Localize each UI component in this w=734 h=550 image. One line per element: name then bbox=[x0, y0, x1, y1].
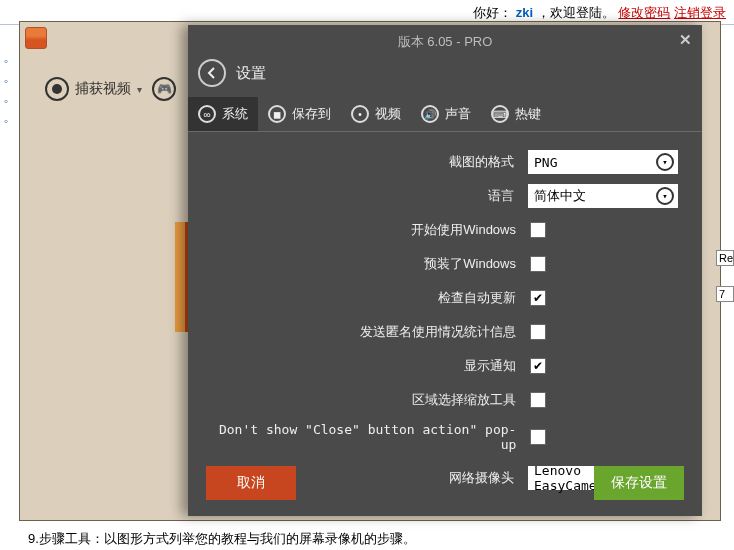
dont-show-close-checkbox[interactable] bbox=[530, 429, 546, 445]
username: zki bbox=[516, 5, 533, 20]
tab-row: ∞ 系统 ◼ 保存到 • 视频 🔊 声音 ⌨ 热键 bbox=[188, 97, 702, 132]
preinstalled-windows-checkbox[interactable] bbox=[530, 256, 546, 272]
check-updates-label: 检查自动更新 bbox=[438, 289, 516, 307]
tab-system[interactable]: ∞ 系统 bbox=[188, 97, 258, 131]
sliver-a: Re bbox=[716, 250, 734, 266]
tab-hotkeys[interactable]: ⌨ 热键 bbox=[481, 97, 551, 131]
button-row: 取消 保存设置 bbox=[188, 454, 702, 516]
disk-icon: ◼ bbox=[268, 105, 286, 123]
language-select[interactable]: 简体中文 ▾ bbox=[528, 184, 678, 208]
tab-label: 视频 bbox=[375, 105, 401, 123]
side-bullets: ◦◦◦◦ bbox=[0, 54, 20, 128]
logout-link[interactable]: 注销登录 bbox=[674, 5, 726, 20]
tab-save-to[interactable]: ◼ 保存到 bbox=[258, 97, 341, 131]
start-with-windows-checkbox[interactable] bbox=[530, 222, 546, 238]
chevron-down-icon: ▾ bbox=[656, 187, 674, 205]
save-button[interactable]: 保存设置 bbox=[594, 466, 684, 500]
tab-label: 保存到 bbox=[292, 105, 331, 123]
chevron-down-icon: ▾ bbox=[137, 84, 142, 95]
back-button[interactable] bbox=[198, 59, 226, 87]
start-with-windows-label: 开始使用Windows bbox=[411, 221, 516, 239]
dont-show-close-label: Don't show "Close" button action" pop-up bbox=[212, 422, 516, 452]
anon-stats-checkbox[interactable] bbox=[530, 324, 546, 340]
cancel-button[interactable]: 取消 bbox=[206, 466, 296, 500]
audio-icon: 🔊 bbox=[421, 105, 439, 123]
region-zoom-checkbox[interactable] bbox=[530, 392, 546, 408]
screenshot-format-select[interactable]: PNG ▾ bbox=[528, 150, 678, 174]
region-zoom-label: 区域选择缩放工具 bbox=[412, 391, 516, 409]
check-updates-checkbox[interactable]: ✔ bbox=[530, 290, 546, 306]
version-label: 版本 6.05 - PRO bbox=[188, 25, 702, 55]
video-icon: • bbox=[351, 105, 369, 123]
modal-header: 设置 bbox=[188, 55, 702, 97]
keyboard-icon: ⌨ bbox=[491, 105, 509, 123]
app-logo-icon bbox=[25, 27, 47, 49]
capture-video-label: 捕获视频 bbox=[75, 80, 131, 98]
chevron-down-icon: ▾ bbox=[656, 153, 674, 171]
show-notifications-label: 显示通知 bbox=[464, 357, 516, 375]
welcome-label: ，欢迎登陆。 bbox=[537, 5, 615, 20]
tab-label: 声音 bbox=[445, 105, 471, 123]
settings-form: 截图的格式 PNG ▾ 语言 简体中文 ▾ 开始使用Windows 预装了Win… bbox=[188, 132, 702, 490]
tab-video[interactable]: • 视频 bbox=[341, 97, 411, 131]
select-value: PNG bbox=[534, 155, 557, 170]
record-icon bbox=[45, 77, 69, 101]
right-sliver: Re 7 bbox=[716, 250, 734, 302]
sliver-b: 7 bbox=[716, 286, 734, 302]
tab-label: 热键 bbox=[515, 105, 541, 123]
anon-stats-label: 发送匿名使用情况统计信息 bbox=[360, 323, 516, 341]
show-notifications-checkbox[interactable]: ✔ bbox=[530, 358, 546, 374]
arrow-left-icon bbox=[205, 66, 219, 80]
capture-video-button[interactable]: 捕获视频 ▾ bbox=[45, 77, 142, 101]
change-password-link[interactable]: 修改密码 bbox=[618, 5, 670, 20]
tab-label: 系统 bbox=[222, 105, 248, 123]
game-button[interactable]: 🎮 bbox=[152, 77, 176, 101]
tab-audio[interactable]: 🔊 声音 bbox=[411, 97, 481, 131]
select-value: 简体中文 bbox=[534, 187, 586, 205]
settings-modal: 版本 6.05 - PRO ✕ 设置 ∞ 系统 ◼ 保存到 • 视频 🔊 声音 … bbox=[188, 25, 702, 516]
language-label: 语言 bbox=[488, 187, 514, 205]
hello-label: 你好： bbox=[473, 5, 512, 20]
screenshot-format-label: 截图的格式 bbox=[449, 153, 514, 171]
settings-title: 设置 bbox=[236, 64, 266, 83]
close-icon[interactable]: ✕ bbox=[679, 31, 692, 49]
footer-text: 9.步骤工具：以图形方式列举您的教程与我们的屏幕录像机的步骤。 bbox=[28, 530, 416, 548]
gamepad-icon: 🎮 bbox=[152, 77, 176, 101]
preinstalled-windows-label: 预装了Windows bbox=[424, 255, 516, 273]
toolbar: 捕获视频 ▾ 🎮 bbox=[45, 77, 176, 101]
link-icon: ∞ bbox=[198, 105, 216, 123]
